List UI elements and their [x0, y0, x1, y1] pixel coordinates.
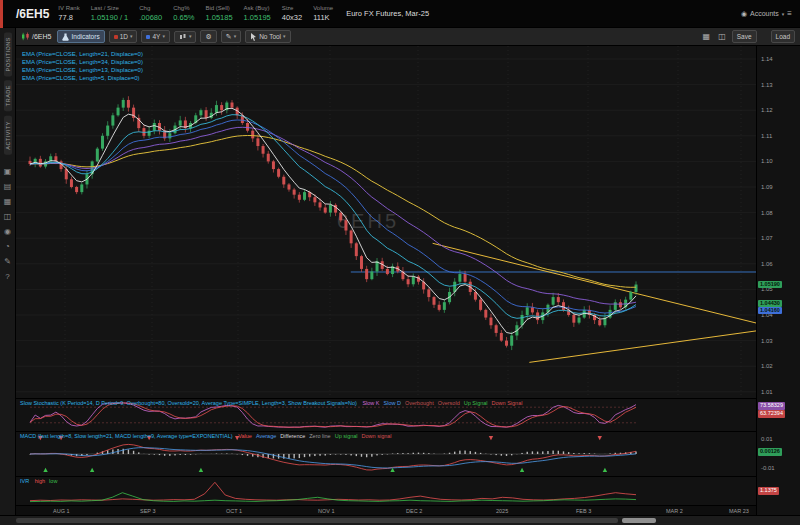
field-label: IV Rank: [58, 5, 79, 12]
load-button[interactable]: Load: [771, 30, 795, 43]
field-value: 1.05195: [244, 13, 271, 22]
field-value: 40x32: [282, 13, 302, 22]
scrollbar-thumb[interactable]: [622, 518, 656, 523]
y-axis-label: 1.02: [761, 363, 773, 369]
header-field: Bid (Sell)1.05185: [205, 5, 232, 21]
y-axis-label: 1.12: [761, 107, 773, 113]
field-value: 1.05185: [205, 13, 232, 22]
grid-icon[interactable]: ▦: [4, 198, 12, 206]
x-axis-label: SEP 3: [140, 508, 156, 514]
range-dropdown[interactable]: 4Y▾: [141, 30, 169, 43]
calendar-icon[interactable]: ▤: [4, 183, 12, 191]
chart-style-button[interactable]: ▾: [174, 31, 197, 43]
legend-item: Slow D: [384, 400, 401, 406]
legend-item: Value: [238, 433, 252, 439]
monitor-icon[interactable]: ▣: [4, 168, 12, 176]
x-axis-label: DEC 2: [406, 508, 422, 514]
grid-icon[interactable]: ▦: [703, 32, 711, 41]
toolbar-symbol[interactable]: /6EH5: [21, 32, 51, 41]
ema-legend-line: EMA (Price=CLOSE, Length=21, Displace=0): [22, 50, 143, 58]
save-button[interactable]: Save: [732, 30, 757, 43]
sidebar-tab-trade[interactable]: TRADE: [4, 80, 12, 111]
header-field: Size40x32: [282, 5, 302, 21]
layout-icon[interactable]: ◫: [4, 213, 12, 221]
header-field: Ask (Buy)1.05195: [244, 5, 271, 21]
header-fields: IV Rank77.8Last / Size1.05190 / 1Chg.006…: [58, 5, 333, 21]
x-axis-label: MAR 23: [729, 508, 749, 514]
clock-icon[interactable]: ◔: [5, 243, 10, 251]
x-axis-label: MAR 2: [666, 508, 683, 514]
ema-legend-line: EMA (Price=CLOSE, Length=34, Displace=0): [22, 58, 143, 66]
panels-icon[interactable]: ◫: [718, 32, 726, 41]
timeframe-dropdown[interactable]: 1D▾: [109, 30, 138, 43]
y-axis-label: 1.09: [761, 184, 773, 190]
range-label: 4Y: [152, 32, 160, 41]
active-tool-dropdown[interactable]: No Tool ▾: [245, 30, 290, 43]
save-label: Save: [737, 32, 752, 41]
legend-item: low: [49, 478, 57, 484]
legend-item: Overbought: [405, 400, 434, 406]
active-tool-label: No Tool: [259, 32, 281, 41]
x-axis-label: FEB 3: [576, 508, 591, 514]
field-value: .00680: [139, 13, 162, 22]
chart-settings-button[interactable]: ⚙: [200, 30, 216, 44]
sidebar-tab-activity[interactable]: ACTIVITY: [4, 116, 12, 155]
target-icon[interactable]: ◉: [4, 228, 11, 236]
chevron-down-icon: ▾: [162, 33, 165, 40]
menu-icon[interactable]: ≡: [787, 9, 792, 18]
legend-item: Up Signal: [464, 400, 488, 406]
trading-platform-window: /6EH5 IV Rank77.8Last / Size1.05190 / 1C…: [0, 0, 800, 525]
scrollbar-handle[interactable]: [16, 518, 618, 523]
field-value: 1.05190 / 1: [91, 13, 129, 22]
macd-legend-items: ValueAverageDifferenceZero lineUp signal…: [234, 433, 391, 439]
field-label: Ask (Buy): [244, 5, 271, 12]
flask-icon: [62, 33, 69, 41]
edit-icon[interactable]: ✎: [4, 258, 11, 266]
x-axis-label: AUG 1: [53, 508, 70, 514]
y-axis-label: 1.14: [761, 56, 773, 62]
header-field: IV Rank77.8: [58, 5, 79, 21]
pencil-icon: ✎: [226, 32, 232, 42]
header-field: Chg.00680: [139, 5, 162, 21]
field-value: 111K: [313, 13, 333, 22]
ivr-label: IVR: [20, 478, 29, 484]
y-axis-label: 1.10: [761, 158, 773, 164]
price-badge: 1.05190: [758, 281, 782, 289]
price-chart[interactable]: 6EH5: [16, 46, 760, 398]
cursor-icon: [250, 33, 257, 41]
ema-legend-line: EMA (Price=CLOSE, Length=5, Displace=0): [22, 74, 143, 82]
legend-item: Difference: [280, 433, 305, 439]
accounts-menu[interactable]: ◉ Accounts ▾ ≡: [741, 9, 792, 18]
ivr-panel[interactable]: [16, 476, 760, 505]
connection-indicator: [0, 0, 3, 28]
sidebar-tab-positions[interactable]: POSITIONS: [4, 32, 12, 76]
x-axis-label: 2025: [496, 508, 508, 514]
chart-type-icon: [179, 33, 187, 41]
chevron-down-icon: ▾: [234, 33, 237, 40]
indicators-label: Indicators: [71, 32, 99, 41]
macd-axis-bottom: -0.01: [761, 465, 775, 471]
field-value: 77.8: [58, 13, 79, 22]
price-badge: 1.04160: [758, 307, 782, 315]
timeframe-label: 1D: [120, 32, 128, 41]
macd-axis-top: 0.01: [761, 436, 773, 442]
indicators-button[interactable]: Indicators: [57, 30, 104, 43]
legend-item: Zero line: [309, 433, 330, 439]
gear-icon: ⚙: [205, 32, 211, 42]
drawing-tools-button[interactable]: ✎▾: [221, 30, 241, 44]
help-icon[interactable]: ?: [5, 273, 9, 281]
timeframe-icon: [114, 35, 118, 39]
field-label: Chg%: [173, 5, 194, 12]
toolbar-symbol-label: /6EH5: [32, 33, 51, 40]
stoch-badge: 73.58329: [758, 402, 785, 410]
ema-legend-line: EMA (Price=CLOSE, Length=13, Displace=0): [22, 66, 143, 74]
legend-item: Average: [256, 433, 276, 439]
y-axis-label: 1.07: [761, 235, 773, 241]
stoch-legend: Slow Stochastic (K Period=14, D Period=9…: [20, 400, 522, 406]
y-axis-label: 1.03: [761, 338, 773, 344]
quote-header: /6EH5 IV Rank77.8Last / Size1.05190 / 1C…: [0, 0, 800, 28]
load-label: Load: [776, 32, 790, 41]
chart-scrollbar[interactable]: [0, 515, 800, 525]
stoch-badge: 63.72394: [758, 410, 785, 418]
field-label: Last / Size: [91, 5, 129, 12]
